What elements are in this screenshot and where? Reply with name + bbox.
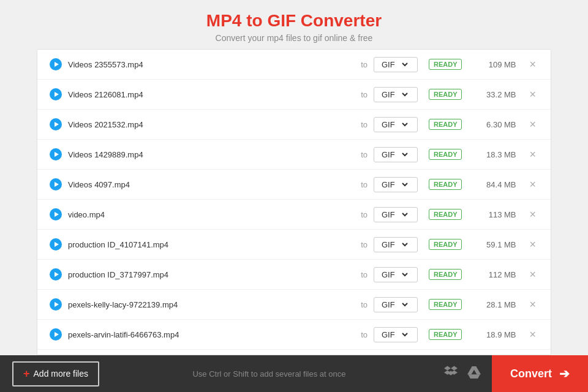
format-select[interactable]: GIF MP4 AVI MOV (374, 147, 418, 162)
remove-file-button[interactable]: × (527, 149, 538, 160)
to-label: to (361, 270, 368, 279)
format-select[interactable]: GIF MP4 AVI MOV (374, 327, 418, 342)
format-dropdown[interactable]: GIF MP4 AVI MOV (379, 239, 410, 250)
remove-file-button[interactable]: × (527, 179, 538, 190)
add-more-button[interactable]: + Add more files (12, 361, 99, 386)
convert-button[interactable]: Convert ➔ (492, 355, 588, 392)
remove-file-button[interactable]: × (527, 329, 538, 340)
status-badge: READY (429, 89, 462, 100)
file-name: pexels-arvin-latifi-6466763.mp4 (68, 330, 355, 339)
play-icon[interactable] (50, 178, 62, 190)
table-row: Videos 4097.mp4 to GIF MP4 AVI MOV READY… (37, 170, 551, 200)
file-list: Videos 2355573.mp4 to GIF MP4 AVI MOV RE… (37, 49, 551, 355)
google-drive-icon[interactable] (467, 366, 481, 382)
hint-text: Use Ctrl or Shift to add several files a… (99, 369, 439, 379)
format-select[interactable]: GIF MP4 AVI MOV (374, 87, 418, 102)
status-badge: READY (429, 299, 462, 310)
status-badge: READY (429, 329, 462, 340)
table-row: production ID_3717997.mp4 to GIF MP4 AVI… (37, 260, 551, 290)
arrow-right-icon: ➔ (559, 366, 570, 381)
play-icon[interactable] (50, 328, 62, 341)
format-dropdown[interactable]: GIF MP4 AVI MOV (379, 330, 410, 340)
remove-file-button[interactable]: × (527, 239, 538, 250)
play-icon[interactable] (50, 88, 62, 100)
table-row: video.mp4 to GIF MP4 AVI MOV READY 113 M… (37, 200, 551, 230)
file-name: production ID_4107141.mp4 (68, 240, 355, 249)
table-row: pexels-kelly-lacy-9722139.mp4 to GIF MP4… (37, 350, 551, 355)
bottom-bar: + Add more files Use Ctrl or Shift to ad… (0, 355, 588, 392)
format-dropdown[interactable]: GIF MP4 AVI MOV (379, 300, 410, 310)
format-dropdown[interactable]: GIF MP4 AVI MOV (379, 59, 410, 70)
to-label: to (361, 180, 368, 189)
to-label: to (361, 150, 368, 159)
to-label: to (361, 60, 368, 69)
format-select[interactable]: GIF MP4 AVI MOV (374, 207, 418, 222)
format-select[interactable]: GIF MP4 AVI MOV (374, 297, 418, 312)
file-name: Videos 2355573.mp4 (68, 60, 355, 69)
file-size: 28.1 MB (473, 300, 516, 309)
table-row: production ID_4107141.mp4 to GIF MP4 AVI… (37, 230, 551, 260)
add-more-label: Add more files (34, 369, 88, 379)
file-size: 109 MB (473, 60, 516, 69)
table-row: Videos 1429889.mp4 to GIF MP4 AVI MOV RE… (37, 140, 551, 170)
to-label: to (361, 330, 368, 339)
file-name: production ID_3717997.mp4 (68, 270, 355, 279)
file-name: Videos 2021532.mp4 (68, 120, 355, 129)
file-name: Videos 2126081.mp4 (68, 90, 355, 99)
to-label: to (361, 90, 368, 99)
play-icon[interactable] (50, 148, 62, 160)
play-icon[interactable] (50, 238, 62, 251)
format-dropdown[interactable]: GIF MP4 AVI MOV (379, 209, 410, 220)
plus-icon: + (23, 368, 30, 380)
dropbox-icon[interactable] (444, 366, 458, 382)
play-icon[interactable] (50, 298, 62, 311)
status-badge: READY (429, 149, 462, 160)
format-select[interactable]: GIF MP4 AVI MOV (374, 177, 418, 192)
remove-file-button[interactable]: × (527, 89, 538, 100)
convert-label: Convert (510, 368, 552, 380)
table-row: Videos 2126081.mp4 to GIF MP4 AVI MOV RE… (37, 80, 551, 110)
remove-file-button[interactable]: × (527, 209, 538, 220)
format-select[interactable]: GIF MP4 AVI MOV (374, 267, 418, 282)
remove-file-button[interactable]: × (527, 269, 538, 280)
table-row: pexels-kelly-lacy-9722139.mp4 to GIF MP4… (37, 290, 551, 320)
file-size: 18.3 MB (473, 150, 516, 159)
status-badge: READY (429, 269, 462, 280)
to-label: to (361, 120, 368, 129)
page-subtitle: Convert your mp4 files to gif online & f… (0, 33, 588, 43)
file-size: 113 MB (473, 210, 516, 219)
format-dropdown[interactable]: GIF MP4 AVI MOV (379, 89, 410, 100)
to-label: to (361, 240, 368, 249)
format-dropdown[interactable]: GIF MP4 AVI MOV (379, 119, 410, 130)
table-row: pexels-arvin-latifi-6466763.mp4 to GIF M… (37, 320, 551, 350)
status-badge: READY (429, 239, 462, 250)
format-select[interactable]: GIF MP4 AVI MOV (374, 117, 418, 132)
format-dropdown[interactable]: GIF MP4 AVI MOV (379, 149, 410, 160)
remove-file-button[interactable]: × (527, 59, 538, 70)
status-badge: READY (429, 59, 462, 70)
remove-file-button[interactable]: × (527, 119, 538, 130)
to-label: to (361, 300, 368, 309)
file-name: Videos 4097.mp4 (68, 180, 355, 189)
file-name: Videos 1429889.mp4 (68, 150, 355, 159)
page-header: MP4 to GIF Converter Convert your mp4 fi… (0, 0, 588, 49)
file-size: 33.2 MB (473, 90, 516, 99)
format-select[interactable]: GIF MP4 AVI MOV (374, 237, 418, 252)
file-size: 59.1 MB (473, 240, 516, 249)
file-name: video.mp4 (68, 210, 355, 219)
play-icon[interactable] (50, 58, 62, 70)
remove-file-button[interactable]: × (527, 299, 538, 310)
status-badge: READY (429, 209, 462, 220)
status-badge: READY (429, 119, 462, 130)
play-icon[interactable] (50, 268, 62, 281)
file-size: 18.9 MB (473, 330, 516, 339)
cloud-icons (439, 366, 486, 382)
play-icon[interactable] (50, 208, 62, 221)
file-size: 6.30 MB (473, 120, 516, 129)
format-dropdown[interactable]: GIF MP4 AVI MOV (379, 179, 410, 190)
format-dropdown[interactable]: GIF MP4 AVI MOV (379, 270, 410, 280)
file-size: 84.4 MB (473, 180, 516, 189)
format-select[interactable]: GIF MP4 AVI MOV (374, 57, 418, 72)
play-icon[interactable] (50, 118, 62, 130)
table-row: Videos 2021532.mp4 to GIF MP4 AVI MOV RE… (37, 110, 551, 140)
